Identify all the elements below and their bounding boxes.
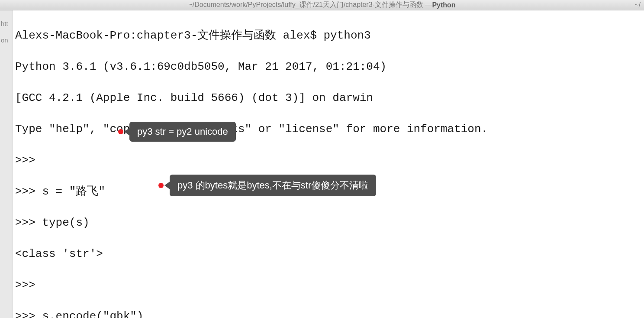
window-title-bar: ~/Documents/work/PyProjects/luffy_课件/21天… <box>0 0 644 10</box>
annotation-bubble: py3 str = py2 unicode <box>129 122 236 142</box>
terminal-line: <class 'str'> <box>15 246 641 262</box>
terminal-line: Python 3.6.1 (v3.6.1:69c0db5050, Mar 21 … <box>15 59 641 75</box>
terminal-line: Alexs-MacBook-Pro:chapter3-文件操作与函数 alex$… <box>15 28 641 43</box>
terminal-line: [GCC 4.2.1 (Apple Inc. build 5666) (dot … <box>15 90 641 106</box>
terminal-output[interactable]: Alexs-MacBook-Pro:chapter3-文件操作与函数 alex$… <box>12 10 644 318</box>
terminal-line: >>> <box>15 277 641 293</box>
window-title-path: ~/Documents/work/PyProjects/luffy_课件/21天… <box>188 0 432 10</box>
window-title-right: ~/ <box>634 1 641 9</box>
annotation-bubble: py3 的bytes就是bytes,不在与str傻傻分不清啦 <box>170 175 376 196</box>
terminal-line: Type "help", "copyright", "credits" or "… <box>15 121 641 137</box>
annotation-2: py3 的bytes就是bytes,不在与str傻傻分不清啦 <box>158 175 376 196</box>
terminal-line: >>> type(s) <box>15 215 641 230</box>
annotation-dot-icon <box>158 183 164 188</box>
annotation-1: py3 str = py2 unicode <box>118 122 236 142</box>
window-title-app: Python <box>432 1 455 9</box>
left-sidebar: htt on <box>0 10 12 318</box>
terminal-line: >>> <box>15 153 641 168</box>
terminal-line: >>> s.encode("gbk") <box>15 308 641 318</box>
annotation-dot-icon <box>118 129 123 134</box>
sidebar-label-1: htt <box>1 20 8 27</box>
sidebar-label-2: on <box>1 36 8 44</box>
